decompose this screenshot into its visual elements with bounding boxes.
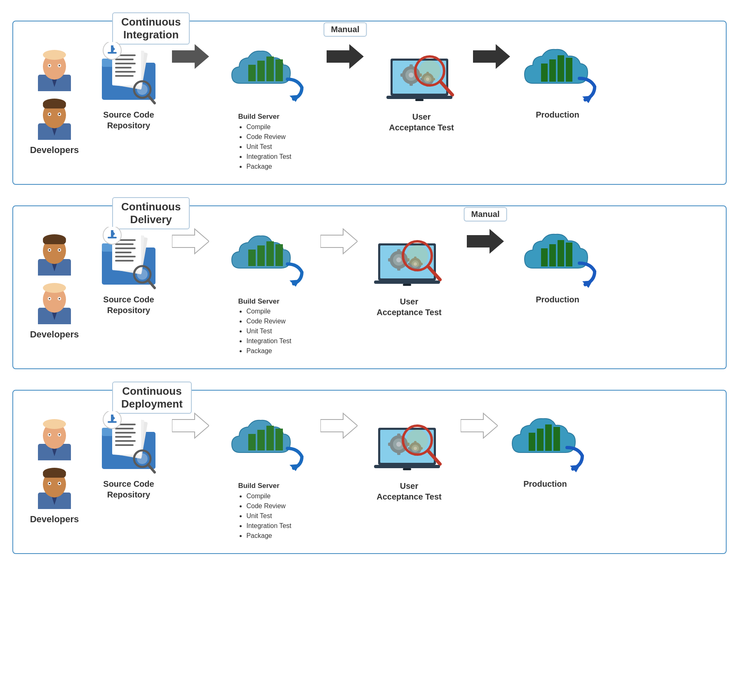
svg-rect-27 [115, 67, 132, 68]
dev-label-2: Developers [30, 329, 79, 340]
svg-rect-211 [553, 427, 560, 451]
uat-icon-3 [368, 411, 450, 477]
prod-icon-1 [518, 42, 597, 106]
stage-build-3: Build Server Compile Code Review Unit Te… [211, 411, 318, 541]
svg-rect-76 [43, 238, 66, 244]
svg-point-203 [407, 429, 428, 451]
stage-prod-3: Production [500, 411, 591, 489]
svg-rect-112 [275, 244, 283, 266]
svg-point-132 [407, 245, 428, 266]
svg-point-17 [49, 113, 50, 115]
svg-point-149 [49, 434, 50, 436]
svg-rect-50 [410, 82, 413, 86]
stage-repo-1: Source CodeRepository [87, 42, 170, 131]
svg-rect-156 [43, 471, 66, 478]
svg-point-79 [49, 249, 50, 251]
stage-build-1: Build Server Compile Code Review Unit Te… [211, 42, 318, 172]
svg-point-150 [59, 434, 60, 436]
svg-rect-97 [115, 247, 136, 249]
svg-rect-193 [388, 443, 392, 446]
svg-point-4 [43, 50, 66, 60]
svg-rect-174 [111, 415, 113, 421]
svg-rect-39 [257, 61, 265, 81]
manual-badge-1: Manual [324, 22, 367, 37]
svg-point-146 [43, 419, 66, 429]
arrow-right-dark-1 [172, 42, 209, 71]
svg-rect-109 [248, 250, 256, 266]
svg-rect-32 [111, 45, 113, 52]
svg-point-35 [137, 84, 148, 95]
arrow1-2 [170, 227, 211, 256]
avatar-1a [32, 46, 77, 91]
svg-rect-64 [415, 99, 424, 101]
svg-marker-37 [172, 44, 209, 69]
svg-rect-122 [388, 258, 392, 262]
svg-rect-33 [108, 52, 117, 54]
prod-icon-3 [506, 411, 584, 475]
svg-rect-120 [397, 249, 400, 253]
stage-repo-2: Source CodeRepository [87, 227, 170, 316]
svg-rect-98 [115, 252, 132, 253]
svg-rect-137 [541, 248, 548, 266]
svg-rect-66 [541, 64, 548, 82]
svg-rect-68 [558, 55, 564, 82]
svg-rect-29 [115, 75, 134, 77]
svg-rect-208 [529, 433, 535, 451]
svg-point-85 [43, 283, 66, 293]
dev-label-1: Developers [30, 145, 79, 156]
svg-rect-182 [266, 426, 274, 450]
developers-column-1: Developers [21, 46, 87, 156]
svg-marker-184 [289, 464, 300, 471]
svg-point-159 [49, 483, 50, 484]
repo-label-3: Source CodeRepository [103, 478, 154, 500]
arrow1-3 [170, 411, 211, 440]
svg-rect-168 [115, 432, 136, 434]
svg-point-7 [49, 65, 50, 66]
svg-marker-43 [327, 44, 364, 69]
svg-rect-169 [115, 436, 132, 438]
cd-title: ContinuousDelivery [112, 197, 190, 229]
repo-icon-3 [94, 411, 164, 475]
arrow1-1 [170, 42, 211, 71]
arrow-right-white-cd1 [172, 411, 209, 440]
uat-label-2: UserAcceptance Test [377, 296, 441, 318]
build-server-info-3: Build Server Compile Code Review Unit Te… [238, 481, 291, 541]
arrow2-1-container: Manual [318, 42, 372, 71]
stage-uat-2: UserAcceptance Test [360, 227, 459, 318]
svg-point-18 [59, 113, 60, 115]
svg-marker-185 [320, 413, 358, 438]
svg-point-106 [137, 269, 148, 280]
svg-marker-207 [461, 413, 498, 438]
svg-rect-205 [374, 465, 440, 468]
build-icon-2 [224, 227, 306, 293]
svg-rect-96 [115, 243, 134, 245]
arrow2-3 [318, 411, 360, 440]
svg-rect-170 [115, 440, 136, 442]
stages-row-1: Source CodeRepository [87, 30, 718, 172]
svg-rect-28 [115, 71, 136, 73]
repo-icon-2 [94, 227, 164, 291]
prod-label-3: Production [523, 478, 567, 489]
svg-point-177 [137, 453, 148, 464]
svg-rect-138 [549, 244, 556, 266]
build-icon-1 [224, 42, 306, 108]
ci-section: ContinuousIntegration [12, 21, 727, 185]
arrow-right-white-1 [172, 227, 209, 256]
svg-rect-140 [566, 243, 572, 266]
svg-rect-180 [248, 434, 256, 450]
svg-marker-42 [289, 95, 300, 102]
svg-point-89 [59, 298, 60, 299]
svg-rect-121 [397, 266, 400, 271]
prod-label-1: Production [536, 109, 579, 120]
cd-section: ContinuousDelivery [12, 205, 727, 370]
developers-column-3: Developers [21, 415, 87, 525]
svg-rect-14 [43, 102, 66, 108]
diagram-container: ContinuousIntegration [0, 0, 739, 562]
svg-rect-99 [115, 256, 136, 257]
stage-prod-1: Production [512, 42, 603, 120]
svg-rect-171 [115, 444, 134, 446]
svg-marker-108 [172, 229, 209, 254]
svg-rect-191 [397, 434, 400, 438]
avatar-2a [32, 230, 77, 276]
svg-rect-175 [108, 421, 117, 423]
